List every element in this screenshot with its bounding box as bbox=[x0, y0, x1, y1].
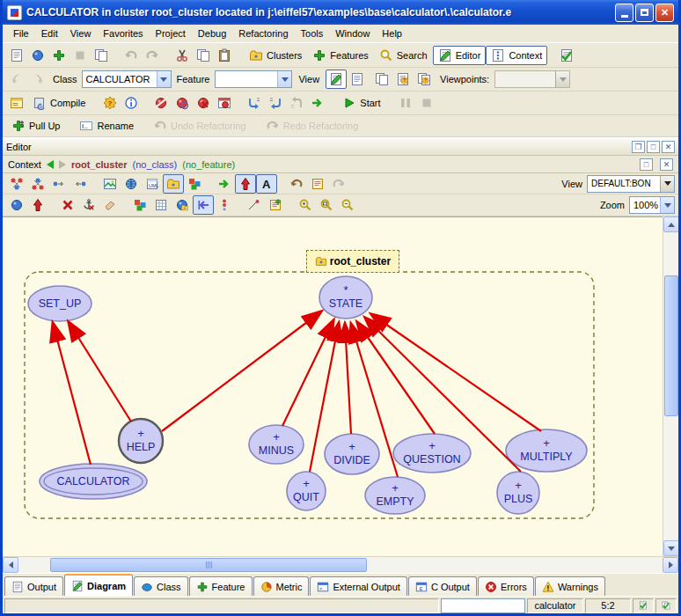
tab-output[interactable]: Output bbox=[4, 576, 63, 596]
step-out-button[interactable] bbox=[286, 93, 307, 113]
client-links-button[interactable] bbox=[70, 174, 91, 194]
rotate-button[interactable] bbox=[150, 195, 172, 215]
stop-button[interactable] bbox=[416, 93, 437, 113]
view-clickable-button[interactable] bbox=[371, 70, 392, 89]
tab-feature[interactable]: Feature bbox=[189, 576, 253, 596]
export-image-button[interactable] bbox=[99, 174, 121, 194]
add-item-button[interactable] bbox=[48, 46, 70, 65]
redo-refactoring-button[interactable]: Redo Refactoring bbox=[260, 116, 364, 136]
start-button[interactable]: Start bbox=[337, 93, 385, 113]
melt-button[interactable] bbox=[99, 93, 121, 113]
uml-view-button[interactable] bbox=[142, 174, 163, 194]
feature-combobox[interactable] bbox=[215, 70, 292, 88]
diagram-undo-button[interactable] bbox=[286, 174, 307, 194]
step-over-button[interactable] bbox=[244, 93, 265, 113]
disable-breakpoints-button[interactable] bbox=[172, 93, 193, 113]
editor-toggle-button[interactable]: Editor bbox=[433, 46, 487, 65]
features-button[interactable]: Features bbox=[307, 46, 373, 65]
class-node-set_up[interactable]: SET_UP bbox=[28, 286, 92, 321]
tab-warnings[interactable]: Warnings bbox=[535, 576, 605, 596]
diagram-redo-button[interactable] bbox=[328, 174, 349, 194]
scroll-up-button[interactable] bbox=[663, 216, 679, 232]
diagram-view-combobox[interactable]: DEFAULT:BON bbox=[587, 175, 675, 193]
erase-button[interactable] bbox=[99, 195, 121, 215]
cluster-relations-button[interactable] bbox=[27, 174, 48, 194]
link-anchor-button[interactable] bbox=[244, 195, 265, 215]
inheritance-link-tool-button[interactable] bbox=[235, 174, 256, 194]
undo-refactoring-button[interactable]: Undo Refactoring bbox=[148, 116, 252, 136]
zoom-out-button[interactable] bbox=[337, 195, 358, 215]
vertical-scroll-thumb[interactable] bbox=[664, 275, 678, 416]
zoom-combobox[interactable]: 100% bbox=[629, 196, 675, 214]
menu-view[interactable]: View bbox=[65, 26, 97, 40]
pull-up-button[interactable]: Pull Up bbox=[6, 116, 65, 136]
tab-c-output[interactable]: C Output bbox=[408, 576, 477, 596]
context-class-link[interactable]: (no_class) bbox=[133, 159, 178, 170]
zoom-in-button[interactable] bbox=[295, 195, 316, 215]
text-tool-button[interactable]: A bbox=[256, 174, 277, 194]
menu-refactoring[interactable]: Refactoring bbox=[233, 26, 293, 40]
scroll-down-button[interactable] bbox=[663, 540, 679, 556]
context-cluster-link[interactable]: root_cluster bbox=[71, 159, 128, 170]
class-combobox[interactable]: CALCULATOR bbox=[82, 70, 172, 88]
scroll-left-button[interactable] bbox=[3, 557, 18, 573]
layout-button[interactable] bbox=[172, 195, 193, 215]
notes-button[interactable] bbox=[265, 195, 286, 215]
zoom-dropdown[interactable] bbox=[660, 197, 674, 213]
external-editor-button[interactable] bbox=[556, 46, 577, 65]
save-button[interactable] bbox=[70, 46, 91, 65]
class-node-multiply[interactable]: +MULTIPLY bbox=[506, 429, 587, 472]
class-relations-button[interactable] bbox=[6, 174, 27, 194]
pause-button[interactable] bbox=[395, 93, 416, 113]
color-settings-button[interactable] bbox=[129, 195, 150, 215]
feature-combobox-dropdown[interactable] bbox=[277, 71, 291, 87]
class-node-calculator[interactable]: CALCULATOR bbox=[40, 464, 147, 499]
maximize-pane-icon[interactable]: □ bbox=[647, 141, 660, 153]
history-forward-button[interactable] bbox=[27, 70, 48, 89]
add-class-button[interactable] bbox=[6, 195, 27, 215]
class-node-plus[interactable]: +PLUS bbox=[497, 472, 539, 514]
clusters-button[interactable]: Clusters bbox=[244, 46, 307, 65]
cluster-label-tag[interactable]: root_cluster bbox=[306, 250, 399, 273]
save-all-button[interactable] bbox=[91, 46, 112, 65]
close-context-icon[interactable]: ✕ bbox=[660, 158, 673, 171]
menu-debug[interactable]: Debug bbox=[193, 26, 231, 40]
viewpoints-combobox[interactable] bbox=[494, 70, 570, 88]
menu-help[interactable]: Help bbox=[377, 26, 407, 40]
cut-icon[interactable] bbox=[172, 46, 193, 65]
view-contract-button[interactable] bbox=[392, 70, 414, 89]
run-ignore-breakpoints-button[interactable] bbox=[307, 93, 328, 113]
delete-button[interactable] bbox=[57, 195, 78, 215]
new-window-button[interactable] bbox=[6, 46, 27, 65]
menu-favorites[interactable]: Favorites bbox=[98, 26, 148, 40]
supplier-links-button[interactable] bbox=[48, 174, 70, 194]
copy-button[interactable] bbox=[193, 46, 214, 65]
search-button[interactable]: Search bbox=[374, 46, 433, 65]
horizontal-scrollbar[interactable] bbox=[3, 556, 678, 573]
show-breakpoints-button[interactable] bbox=[214, 93, 235, 113]
undo-button[interactable] bbox=[121, 46, 142, 65]
class-node-state[interactable]: *STATE bbox=[319, 276, 372, 319]
menu-file[interactable]: File bbox=[8, 26, 34, 40]
close-pane-icon[interactable]: ✕ bbox=[662, 141, 675, 153]
undock-icon[interactable]: ❐ bbox=[632, 141, 645, 153]
redo-button[interactable] bbox=[142, 46, 163, 65]
tab-external-output[interactable]: External Output bbox=[310, 576, 406, 596]
tab-metric[interactable]: Metric bbox=[253, 576, 310, 596]
class-nodes[interactable]: SET_UP*STATE+HELPCALCULATOR+MINUS+QUIT+D… bbox=[28, 276, 587, 514]
tab-class[interactable]: Class bbox=[134, 576, 188, 596]
menu-tools[interactable]: Tools bbox=[296, 26, 329, 40]
straighten-links-button[interactable] bbox=[214, 195, 235, 215]
menu-project[interactable]: Project bbox=[150, 26, 191, 40]
context-forward-icon[interactable] bbox=[59, 160, 66, 169]
menu-edit[interactable]: Edit bbox=[36, 26, 63, 40]
paste-button[interactable] bbox=[214, 46, 235, 65]
compile-button[interactable]: Compile bbox=[27, 93, 91, 113]
project-settings-button[interactable] bbox=[6, 93, 27, 113]
remove-breakpoints-button[interactable] bbox=[193, 93, 214, 113]
title-bar[interactable]: CALCULATOR in cluster root_cluster locat… bbox=[3, 0, 678, 25]
diagram-canvas[interactable]: SET_UP*STATE+HELPCALCULATOR+MINUS+QUIT+D… bbox=[3, 216, 663, 556]
class-view-button[interactable] bbox=[184, 174, 205, 194]
minimize-button[interactable] bbox=[615, 4, 633, 22]
context-feature-link[interactable]: (no_feature) bbox=[182, 159, 235, 170]
